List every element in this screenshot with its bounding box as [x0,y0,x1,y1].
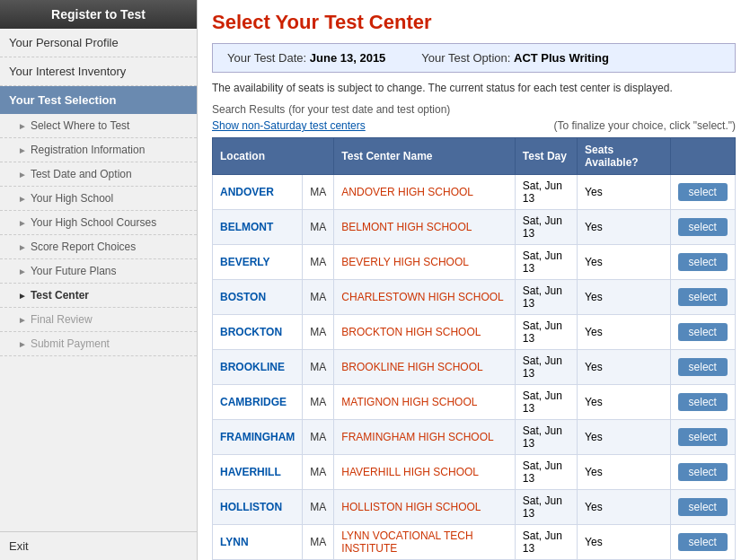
availability-notice: The availability of seats is subject to … [212,82,736,94]
sidebar-item-test-center[interactable]: ►Test Center [0,284,197,308]
cell-day: Sat, Jun 13 [515,490,577,525]
select-button[interactable]: select [678,393,728,411]
cell-school: MATIGNON HIGH SCHOOL [334,385,516,420]
cell-seats: Yes [578,315,671,350]
sidebar-item-hs-courses[interactable]: ►Your High School Courses [0,211,197,235]
select-button[interactable]: select [678,358,728,376]
table-row: BROCKTONMABROCKTON HIGH SCHOOLSat, Jun 1… [213,315,736,350]
select-button[interactable]: select [678,253,728,271]
cell-city: LYNN [213,525,303,560]
cell-school: ANDOVER HIGH SCHOOL [334,175,516,210]
select-button[interactable]: select [678,498,728,516]
select-button[interactable]: select [678,428,728,446]
cell-city: BROOKLINE [213,350,303,385]
cell-seats: Yes [578,455,671,490]
arrow-icon: ► [18,315,27,325]
sidebar-item-interest-inventory[interactable]: Your Interest Inventory [0,57,197,86]
cell-school: HAVERHILL HIGH SCHOOL [334,455,516,490]
col-action [670,138,735,175]
cell-select: select [670,385,735,420]
sidebar-exit[interactable]: Exit [0,531,197,560]
cell-school: CHARLESTOWN HIGH SCHOOL [334,280,516,315]
arrow-icon: ► [18,291,27,301]
table-row: BEVERLYMABEVERLY HIGH SCHOOLSat, Jun 13Y… [213,245,736,280]
sidebar-item-registration-info[interactable]: ►Registration Information [0,138,197,162]
select-button[interactable]: select [678,323,728,341]
arrow-icon: ► [18,267,27,276]
cell-school: BROCKTON HIGH SCHOOL [334,315,516,350]
cell-seats: Yes [578,210,671,245]
sidebar-item-personal-profile[interactable]: Your Personal Profile [0,29,197,57]
cell-select: select [670,245,735,280]
sidebar-item-submit-payment[interactable]: ►Submit Payment [0,332,197,356]
test-date-field: Your Test Date: June 13, 2015 [227,51,385,65]
cell-school: HOLLISTON HIGH SCHOOL [334,490,516,525]
sidebar-item-test-date-option[interactable]: ►Test Date and Option [0,162,197,187]
cell-seats: Yes [578,490,671,525]
table-row: HAVERHILLMAHAVERHILL HIGH SCHOOLSat, Jun… [213,455,736,490]
cell-state: MA [303,280,334,315]
test-option-field: Your Test Option: ACT Plus Writing [421,51,609,65]
arrow-icon: ► [18,194,27,204]
cell-day: Sat, Jun 13 [515,315,577,350]
cell-seats: Yes [578,245,671,280]
select-button[interactable]: select [678,533,728,551]
cell-day: Sat, Jun 13 [515,245,577,280]
select-button[interactable]: select [678,463,728,481]
arrow-icon: ► [18,170,27,179]
cell-city: BELMONT [213,210,303,245]
cell-select: select [670,490,735,525]
main-content: Select Your Test Center Your Test Date: … [198,0,750,560]
cell-school: BROOKLINE HIGH SCHOOL [334,350,516,385]
sidebar-item-future-plans[interactable]: ►Your Future Plans [0,259,197,284]
select-button[interactable]: select [678,183,728,201]
cell-state: MA [303,175,334,210]
cell-state: MA [303,525,334,560]
cell-day: Sat, Jun 13 [515,210,577,245]
sidebar-item-high-school[interactable]: ►Your High School [0,187,197,211]
cell-state: MA [303,210,334,245]
results-table: Location Test Center Name Test Day Seats… [212,137,736,560]
cell-select: select [670,350,735,385]
arrow-icon: ► [18,121,27,131]
cell-day: Sat, Jun 13 [515,280,577,315]
cell-day: Sat, Jun 13 [515,175,577,210]
select-button[interactable]: select [678,288,728,306]
cell-seats: Yes [578,385,671,420]
sidebar-section-test-selection: Your Test Selection [0,86,197,114]
search-results-subheader: Show non-Saturday test centers (To final… [212,119,736,132]
page-title: Select Your Test Center [212,11,736,34]
cell-state: MA [303,385,334,420]
table-row: LYNNMALYNN VOCATIONAL TECH INSTITUTESat,… [213,525,736,560]
search-results-header: Search Results (for your test date and t… [212,101,736,116]
cell-select: select [670,525,735,560]
cell-city: BROCKTON [213,315,303,350]
sidebar-item-select-where[interactable]: ►Select Where to Test [0,114,197,138]
table-row: ANDOVERMAANDOVER HIGH SCHOOLSat, Jun 13Y… [213,175,736,210]
table-row: CAMBRIDGEMAMATIGNON HIGH SCHOOLSat, Jun … [213,385,736,420]
sidebar-item-final-review[interactable]: ►Final Review [0,308,197,332]
cell-city: ANDOVER [213,175,303,210]
sidebar-item-score-report[interactable]: ►Score Report Choices [0,235,197,259]
table-row: BELMONTMABELMONT HIGH SCHOOLSat, Jun 13Y… [213,210,736,245]
show-non-saturday-link[interactable]: Show non-Saturday test centers [212,119,366,132]
cell-state: MA [303,455,334,490]
table-body: ANDOVERMAANDOVER HIGH SCHOOLSat, Jun 13Y… [213,175,736,561]
select-button[interactable]: select [678,218,728,236]
cell-seats: Yes [578,280,671,315]
cell-state: MA [303,420,334,455]
cell-day: Sat, Jun 13 [515,420,577,455]
table-row: BROOKLINEMABROOKLINE HIGH SCHOOLSat, Jun… [213,350,736,385]
cell-city: CAMBRIDGE [213,385,303,420]
cell-select: select [670,280,735,315]
cell-day: Sat, Jun 13 [515,385,577,420]
cell-day: Sat, Jun 13 [515,455,577,490]
arrow-icon: ► [18,339,27,349]
arrow-icon: ► [18,218,27,228]
cell-city: FRAMINGHAM [213,420,303,455]
cell-select: select [670,175,735,210]
col-test-day: Test Day [515,138,577,175]
cell-city: BEVERLY [213,245,303,280]
cell-city: HOLLISTON [213,490,303,525]
cell-day: Sat, Jun 13 [515,350,577,385]
